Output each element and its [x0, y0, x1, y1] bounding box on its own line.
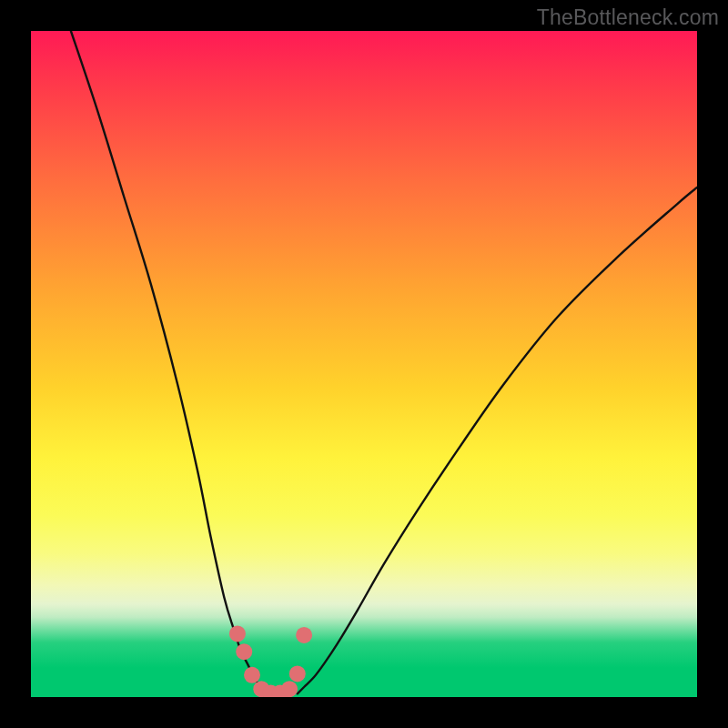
marker-dot	[281, 681, 298, 697]
marker-dot	[296, 627, 312, 643]
marker-dot	[289, 665, 306, 682]
curve-right-curve	[298, 187, 697, 693]
curves-svg	[31, 31, 697, 697]
plot-area	[31, 31, 697, 697]
marker-dot	[244, 667, 260, 683]
marker-dot	[236, 643, 252, 660]
curve-left-curve	[71, 31, 268, 693]
chart-frame: TheBottleneck.com	[0, 0, 728, 728]
marker-dot	[229, 625, 246, 642]
watermark-text: TheBottleneck.com	[537, 5, 719, 30]
